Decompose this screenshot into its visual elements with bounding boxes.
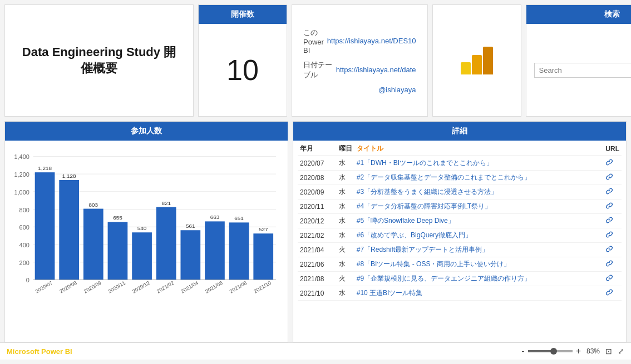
logo-bar-3 — [483, 47, 493, 74]
link-icon — [605, 231, 613, 238]
cell-title: #10 王道BIツール特集 — [354, 286, 597, 301]
twitter-link[interactable]: @ishiayaya — [378, 86, 416, 94]
cell-youbi: 水 — [337, 228, 354, 243]
cell-url[interactable] — [597, 286, 622, 301]
cell-year-month: 2020/12 — [298, 214, 337, 228]
link-url-2[interactable]: https://ishiayaya.net/date — [336, 66, 416, 74]
cell-year-month: 2021/08 — [298, 272, 337, 286]
svg-text:2020/11: 2020/11 — [107, 280, 126, 295]
count-value: 10 — [199, 24, 287, 116]
table-header-row: 年月 曜日 タイトル URL — [298, 141, 622, 156]
cell-url[interactable] — [597, 228, 622, 243]
svg-text:2021/06: 2021/06 — [204, 280, 224, 295]
svg-text:800: 800 — [19, 207, 29, 213]
table-row: 2020/08 水 #2「データ収集基盤とデータ整備のこれまでとこれから」 — [298, 171, 622, 185]
cell-url[interactable] — [597, 257, 622, 272]
cell-year-month: 2021/04 — [298, 243, 337, 257]
table-row: 2020/07 水 #1「DWH・BIツールのこれまでとこれから」 — [298, 156, 622, 171]
svg-text:803: 803 — [89, 202, 98, 208]
table-row: 2020/11 水 #4「データ分析基盤の障害対応事例LT祭り」 — [298, 200, 622, 214]
link-icon — [605, 187, 613, 195]
bar-2020-08 — [59, 180, 79, 280]
chart-area: 1,400 1,200 1,000 800 600 400 200 0 — [14, 147, 279, 336]
bar-2021-08 — [229, 222, 249, 280]
cell-year-month: 2020/08 — [298, 171, 337, 185]
cell-title: #1「DWH・BIツールのこれまでとこれから」 — [354, 156, 597, 171]
cell-youbi: 水 — [337, 214, 354, 228]
cell-url[interactable] — [597, 185, 622, 200]
svg-text:0: 0 — [26, 277, 29, 283]
bottom-row: 参加人数 1,400 1,200 1,000 800 600 400 200 0 — [4, 121, 627, 342]
powerbi-footer-link[interactable]: Microsoft Power BI — [7, 347, 72, 356]
svg-text:2020/12: 2020/12 — [131, 280, 151, 295]
bar-2021-02 — [156, 207, 176, 280]
svg-text:2020/07: 2020/07 — [34, 280, 53, 295]
col-url: URL — [597, 141, 622, 156]
zoom-thumb[interactable] — [550, 348, 557, 355]
link-row-1: このPower BI https://ishiayaya.net/DES10 — [303, 28, 416, 54]
logo-area — [432, 4, 521, 117]
svg-text:2021/08: 2021/08 — [228, 280, 248, 295]
table-row: 2021/04 火 #7「Redshift最新アップデートと活用事例」 — [298, 243, 622, 257]
svg-text:1,000: 1,000 — [14, 189, 29, 196]
zoom-minus[interactable]: - — [521, 346, 524, 356]
fit-icon[interactable]: ⊡ — [605, 347, 612, 356]
cell-url[interactable] — [597, 243, 622, 257]
cell-url[interactable] — [597, 214, 622, 228]
cell-youbi: 水 — [337, 257, 354, 272]
cell-url[interactable] — [597, 171, 622, 185]
count-header: 開催数 — [199, 5, 287, 24]
bar-2020-07 — [35, 172, 55, 280]
cell-year-month: 2020/11 — [298, 200, 337, 214]
link-label-2: 日付テーブル — [303, 60, 333, 80]
link-icon — [605, 245, 613, 253]
cell-youbi: 水 — [337, 156, 354, 171]
svg-text:2021/10: 2021/10 — [253, 280, 272, 295]
zoom-plus[interactable]: + — [576, 346, 581, 356]
fullscreen-icon[interactable]: ⤢ — [618, 347, 624, 356]
table-row: 2020/09 水 #3「分析基盤をうまく組織に浸透させる方法」 — [298, 185, 622, 200]
count-card: 開催数 10 — [198, 4, 287, 117]
cell-title: #3「分析基盤をうまく組織に浸透させる方法」 — [354, 185, 597, 200]
zoom-slider[interactable] — [528, 350, 573, 352]
search-input-wrapper: 🔍 ✏ — [534, 63, 631, 78]
search-input[interactable] — [539, 66, 631, 74]
svg-text:2021/04: 2021/04 — [180, 280, 199, 295]
cell-url[interactable] — [597, 156, 622, 171]
bar-2020-11 — [108, 222, 128, 280]
details-header: 詳細 — [293, 122, 626, 141]
table-row: 2021/10 水 #10 王道BIツール特集 — [298, 286, 622, 301]
cell-youbi: 水 — [337, 185, 354, 200]
search-card: 検索 🔍 ✏ — [526, 4, 631, 117]
link-icon — [605, 288, 613, 296]
cell-year-month: 2021/10 — [298, 286, 337, 301]
svg-text:1,218: 1,218 — [38, 165, 52, 171]
svg-text:561: 561 — [186, 223, 195, 229]
details-card: 詳細 年月 曜日 タイトル URL 2020/07 水 #1「DWH・BIツール — [293, 121, 627, 342]
logo-bar-1 — [461, 62, 471, 74]
table-row: 2020/12 水 #5「噂のSnowflake Deep Dive」 — [298, 214, 622, 228]
table-row: 2021/08 火 #9「企業規模別に見る、データエンジニア組織の作り方」 — [298, 272, 622, 286]
cell-url[interactable] — [597, 272, 622, 286]
link-icon — [605, 202, 613, 210]
details-body: 年月 曜日 タイトル URL 2020/07 水 #1「DWH・BIツールのこれ… — [293, 141, 626, 342]
link-icon — [605, 216, 613, 224]
cell-youbi: 火 — [337, 243, 354, 257]
link-icon — [605, 158, 613, 166]
zoom-value: 83% — [586, 347, 600, 355]
cell-title: #7「Redshift最新アップデートと活用事例」 — [354, 243, 597, 257]
svg-text:2020/08: 2020/08 — [58, 280, 78, 295]
chart-body: 1,400 1,200 1,000 800 600 400 200 0 — [5, 141, 288, 342]
svg-text:655: 655 — [113, 215, 122, 221]
cell-url[interactable] — [597, 200, 622, 214]
svg-text:651: 651 — [234, 215, 244, 221]
link-url-1[interactable]: https://ishiayaya.net/DES10 — [327, 37, 416, 45]
col-title: タイトル — [354, 141, 597, 156]
svg-text:1,128: 1,128 — [62, 173, 76, 179]
bar-chart-svg: 1,400 1,200 1,000 800 600 400 200 0 — [14, 147, 279, 336]
title-card: Data Engineering Study 開催概要 — [4, 4, 194, 117]
col-year-month: 年月 — [298, 141, 337, 156]
cell-title: #6「改めて学ぶ、BigQuery徹底入門」 — [354, 228, 597, 243]
search-header: 検索 — [526, 5, 631, 24]
cell-youbi: 火 — [337, 272, 354, 286]
